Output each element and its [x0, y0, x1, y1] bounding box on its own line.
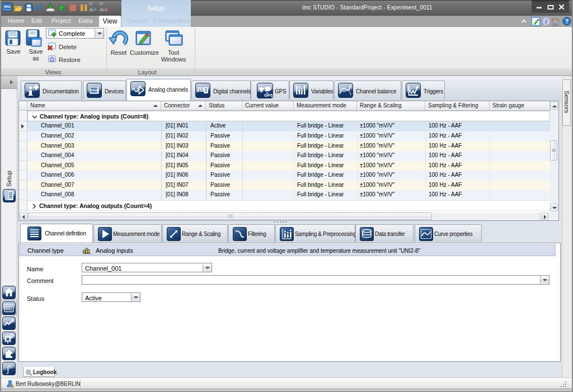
- svg-text:GPS: GPS: [264, 93, 273, 98]
- svg-text:?: ?: [565, 18, 569, 25]
- svg-text:imc: imc: [4, 4, 11, 8]
- svg-text:∫: ∫: [6, 364, 10, 375]
- svg-text:STUDIO: STUDIO: [3, 8, 11, 11]
- svg-text:e: e: [10, 364, 12, 369]
- svg-text:i: i: [546, 18, 547, 25]
